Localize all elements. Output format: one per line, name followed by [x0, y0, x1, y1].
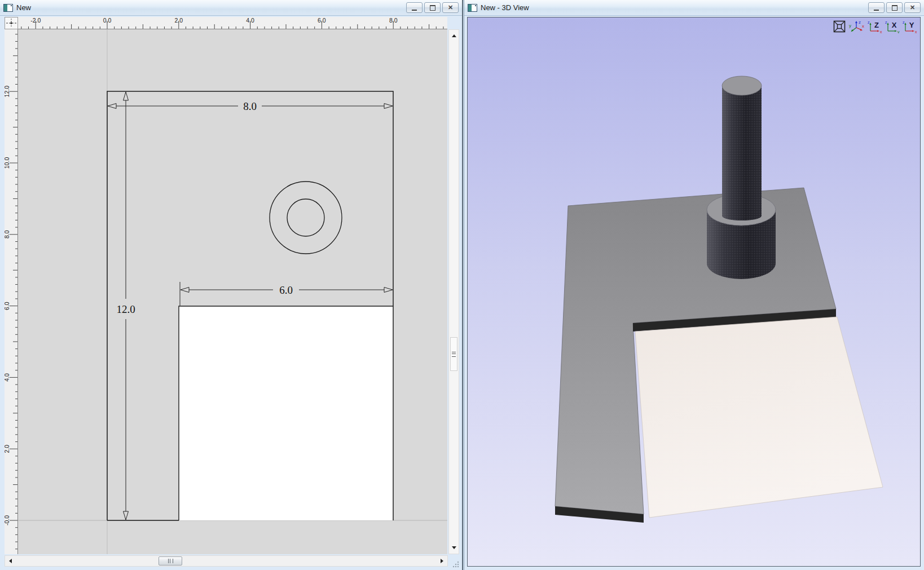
iso-view-button[interactable]: z y x	[848, 19, 865, 34]
vertical-scrollbar[interactable]	[448, 29, 459, 554]
x-view-button[interactable]: z y X	[885, 20, 900, 33]
minimize-button[interactable]	[406, 2, 423, 13]
svg-text:x: x	[880, 30, 882, 33]
minimize-icon	[412, 10, 417, 11]
svg-text:z: z	[885, 20, 887, 24]
svg-text:x: x	[862, 24, 864, 29]
svg-text:0.0: 0.0	[103, 17, 112, 24]
window-2d-view: New ✕ -2.00.02.04.06.08.0 12.010.08.06.0…	[0, 0, 463, 570]
minimize-icon	[874, 10, 879, 11]
svg-text:2.0: 2.0	[174, 17, 183, 24]
svg-text:z: z	[859, 20, 861, 25]
scroll-right-button[interactable]	[441, 559, 443, 563]
svg-text:12.0: 12.0	[5, 86, 10, 98]
window-icon	[468, 4, 477, 12]
restore-icon	[892, 5, 897, 11]
svg-text:4.0: 4.0	[5, 373, 10, 382]
counterbore-inner-circle[interactable]	[287, 199, 324, 236]
drawing-canvas[interactable]: 8.0 12.0 6.0	[18, 29, 447, 554]
svg-text:6.0: 6.0	[5, 302, 10, 310]
svg-text:-0.0: -0.0	[5, 515, 10, 525]
svg-text:10.0: 10.0	[5, 157, 10, 169]
counterbore-outer-circle[interactable]	[270, 182, 342, 254]
resize-grip[interactable]	[452, 561, 459, 568]
fit-view-button[interactable]	[832, 19, 847, 34]
scroll-down-button[interactable]	[452, 546, 456, 549]
close-button[interactable]: ✕	[442, 2, 459, 13]
vertical-ruler[interactable]: 12.010.08.06.04.02.0-0.0	[5, 29, 18, 554]
close-button[interactable]: ✕	[904, 2, 921, 13]
z-view-button[interactable]: z x Z	[867, 20, 883, 33]
window-title: New - 3D View	[481, 3, 529, 12]
window-controls: ✕	[868, 2, 921, 13]
dim-width-label: 8.0	[243, 100, 257, 112]
window-3d-view: New - 3D View ✕	[464, 0, 924, 570]
crosshair-icon	[5, 17, 17, 29]
scroll-up-button[interactable]	[452, 34, 456, 37]
svg-text:y: y	[849, 23, 851, 28]
restore-icon	[430, 5, 435, 11]
titlebar-3d[interactable]: New - 3D View ✕	[464, 0, 924, 16]
svg-text:x: x	[915, 30, 917, 33]
svg-text:Y: Y	[909, 21, 914, 29]
restore-button[interactable]	[424, 2, 441, 13]
shaft-cylinder[interactable]	[722, 76, 762, 220]
scroll-left-button[interactable]	[9, 559, 12, 563]
titlebar-2d[interactable]: New ✕	[0, 0, 462, 16]
svg-text:z: z	[868, 20, 870, 24]
dim-height-label: 12.0	[116, 303, 135, 315]
thumb-grip-icon	[168, 559, 173, 563]
svg-text:8.0: 8.0	[389, 17, 398, 24]
pocket-floor[interactable]	[635, 317, 883, 518]
model-3d[interactable]	[468, 17, 920, 566]
ruler-origin-box[interactable]	[5, 17, 18, 29]
dim-notch-label: 6.0	[279, 284, 293, 296]
svg-text:z: z	[903, 20, 905, 24]
h-scroll-thumb[interactable]	[159, 556, 182, 565]
svg-text:8.0: 8.0	[5, 230, 10, 238]
close-icon: ✕	[910, 5, 915, 11]
view-toolbar: z y x z x Z	[832, 19, 918, 34]
viewport-3d[interactable]: z y x z x Z	[467, 17, 921, 567]
cad-application: New ✕ -2.00.02.04.06.08.0 12.010.08.06.0…	[0, 0, 924, 570]
restore-button[interactable]	[886, 2, 903, 13]
svg-text:4.0: 4.0	[246, 17, 254, 24]
window-icon	[3, 4, 13, 12]
svg-text:Z: Z	[874, 21, 879, 29]
svg-text:6.0: 6.0	[318, 17, 326, 24]
window-title: New	[16, 3, 31, 12]
notch-rect[interactable]	[179, 306, 393, 520]
minimize-button[interactable]	[868, 2, 885, 13]
svg-text:X: X	[892, 21, 897, 29]
close-icon: ✕	[448, 5, 453, 11]
svg-text:y: y	[897, 30, 900, 33]
y-view-button[interactable]: z x Y	[902, 20, 918, 33]
window-controls: ✕	[406, 2, 459, 13]
thumb-grip-icon	[452, 352, 456, 357]
horizontal-scrollbar[interactable]	[5, 555, 448, 567]
svg-text:2.0: 2.0	[5, 445, 10, 453]
v-scroll-thumb[interactable]	[450, 337, 457, 371]
horizontal-ruler[interactable]: -2.00.02.04.06.08.0	[18, 17, 447, 29]
svg-text:-2.0: -2.0	[30, 17, 41, 24]
